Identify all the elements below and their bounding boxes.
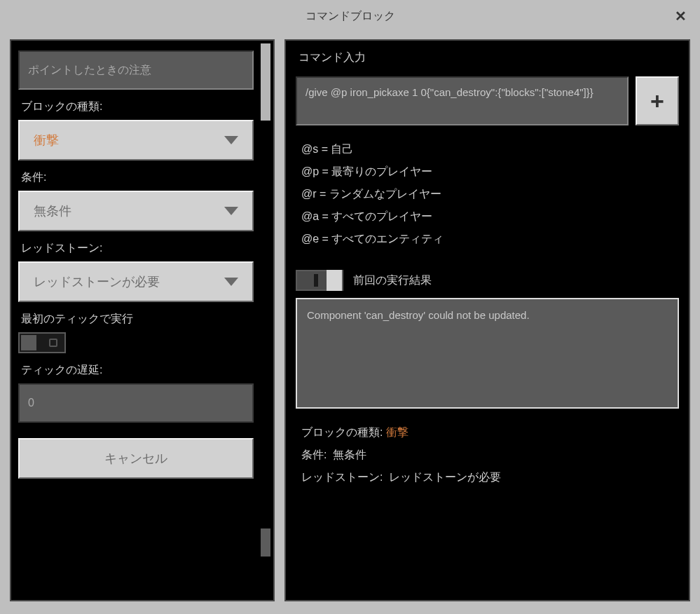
toggle-knob (21, 335, 36, 350)
chevron-down-icon (224, 207, 238, 215)
right-panel: コマンド入力 /give @p iron_pickaxe 1 0{"can_de… (284, 39, 690, 601)
command-value: /give @p iron_pickaxe 1 0{"can_destroy":… (306, 86, 593, 98)
condition-value: 無条件 (34, 203, 71, 219)
plus-icon: + (650, 88, 664, 115)
selector-s: @s = 自己 (301, 138, 679, 161)
block-type-label: ブロックの種類: (21, 100, 254, 114)
content-area: ポイントしたときの注意 ブロックの種類: 衝撃 条件: 無条件 レッドストーン:… (0, 32, 700, 614)
condition-dropdown[interactable]: 無条件 (18, 191, 254, 231)
redstone-label: レッドストーン: (21, 241, 254, 256)
left-scrollbar[interactable] (261, 43, 270, 597)
redstone-value: レッドストーンが必要 (34, 273, 160, 290)
close-button[interactable]: ✕ (672, 8, 689, 25)
toggle-off-indicator (49, 339, 57, 347)
selector-help: @s = 自己 @p = 最寄りのプレイヤー @r = ランダムなプレイヤー @… (301, 138, 679, 250)
status-block-type: ブロックの種類: 衝撃 (301, 421, 679, 444)
scrollbar-thumb-lower[interactable] (261, 528, 270, 557)
close-icon: ✕ (675, 8, 687, 25)
status-condition: 条件: 無条件 (301, 444, 679, 466)
left-scroll-area: ポイントしたときの注意 ブロックの種類: 衝撃 条件: 無条件 レッドストーン:… (11, 41, 261, 600)
status-summary: ブロックの種類: 衝撃 条件: 無条件 レッドストーン: レッドストーンが必要 (301, 421, 679, 489)
hover-note-placeholder: ポイントしたときの注意 (28, 63, 151, 78)
last-result-row: 前回の実行結果 (296, 270, 679, 291)
condition-label: 条件: (21, 170, 254, 185)
selector-e: @e = すべてのエンティティ (301, 228, 679, 250)
command-input[interactable]: /give @p iron_pickaxe 1 0{"can_destroy":… (296, 76, 629, 125)
toggle-knob (327, 270, 342, 291)
block-type-value: 衝撃 (34, 132, 59, 149)
toggle-on-indicator (314, 274, 318, 287)
command-input-label: コマンド入力 (298, 50, 679, 65)
execute-first-tick-toggle[interactable] (18, 332, 66, 353)
add-button[interactable]: + (636, 76, 679, 125)
chevron-down-icon (224, 278, 238, 286)
last-result-text: Component 'can_destroy' could not be upd… (307, 309, 530, 321)
tick-delay-label: ティックの遅延: (21, 363, 254, 378)
window-title: コマンドブロック (28, 9, 672, 24)
hover-note-input[interactable]: ポイントしたときの注意 (18, 50, 254, 90)
selector-a: @a = すべてのプレイヤー (301, 205, 679, 228)
cancel-label: キャンセル (104, 450, 167, 467)
chevron-down-icon (224, 136, 238, 144)
selector-p: @p = 最寄りのプレイヤー (301, 161, 679, 183)
tick-delay-value: 0 (28, 397, 34, 409)
command-input-row: /give @p iron_pickaxe 1 0{"can_destroy":… (296, 76, 679, 125)
selector-r: @r = ランダムなプレイヤー (301, 183, 679, 205)
execute-first-tick-label: 最初のティックで実行 (21, 312, 254, 327)
tick-delay-input[interactable]: 0 (18, 383, 254, 423)
titlebar: コマンドブロック ✕ (0, 0, 700, 32)
cancel-button[interactable]: キャンセル (18, 438, 254, 479)
redstone-dropdown[interactable]: レッドストーンが必要 (18, 261, 254, 302)
left-panel: ポイントしたときの注意 ブロックの種類: 衝撃 条件: 無条件 レッドストーン:… (10, 39, 275, 601)
command-block-window: コマンドブロック ✕ ポイントしたときの注意 ブロックの種類: 衝撃 条件: 無… (0, 0, 700, 614)
block-type-dropdown[interactable]: 衝撃 (18, 120, 254, 161)
status-redstone: レッドストーン: レッドストーンが必要 (301, 466, 679, 489)
scrollbar-thumb[interactable] (261, 43, 270, 121)
last-result-label: 前回の実行結果 (353, 273, 432, 288)
last-result-output: Component 'can_destroy' could not be upd… (296, 298, 679, 409)
last-result-toggle[interactable] (296, 270, 343, 291)
